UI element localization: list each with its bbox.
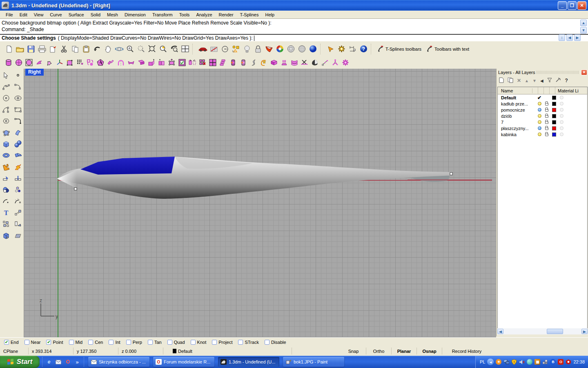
- color-wheel-icon[interactable]: [274, 43, 285, 54]
- osnap-near[interactable]: Near: [24, 340, 41, 345]
- zoom-window-icon[interactable]: [136, 43, 147, 54]
- tray-volume-muted-icon[interactable]: [519, 359, 525, 365]
- ts-sphere-quads-icon[interactable]: [13, 58, 24, 68]
- checkbox[interactable]: [69, 340, 74, 345]
- save-icon[interactable]: [25, 43, 36, 54]
- layer-row-plaszczyzny[interactable]: płaszczyzny...: [498, 125, 587, 131]
- layer-lock-icon[interactable]: [545, 115, 548, 118]
- material-circle[interactable]: [560, 132, 564, 136]
- lightbulb-icon[interactable]: [241, 43, 252, 54]
- osnap-strack[interactable]: STrack: [238, 340, 258, 345]
- checkbox[interactable]: [167, 340, 172, 345]
- osnap-end[interactable]: End: [4, 340, 19, 345]
- tray-update-icon[interactable]: ✶: [496, 359, 501, 365]
- menu-view[interactable]: View: [31, 11, 47, 18]
- ts-scissors-icon[interactable]: [299, 58, 310, 68]
- osnap-int[interactable]: Int: [109, 340, 120, 345]
- panel-grip[interactable]: [537, 71, 579, 74]
- box-icon[interactable]: [0, 138, 12, 150]
- scale-icon[interactable]: [12, 207, 24, 218]
- menu-dimension[interactable]: Dimension: [121, 11, 149, 18]
- layer-lock-icon[interactable]: [545, 103, 548, 105]
- layer-row-7[interactable]: 7: [498, 119, 587, 125]
- material-circle[interactable]: [560, 120, 564, 124]
- checkbox[interactable]: [212, 340, 217, 345]
- layer-lock-icon[interactable]: [545, 128, 548, 130]
- tray-messenger-icon[interactable]: [527, 359, 532, 365]
- task-rhino-window[interactable]: 1.3dm - Undefined (U...: [218, 357, 279, 367]
- osnap-toggle[interactable]: Osnap: [417, 348, 442, 355]
- layer-visibility-bulb-icon[interactable]: [538, 120, 541, 124]
- command-prompt[interactable]: Choose Shade settings ( DisplayMode=Shad…: [0, 34, 588, 41]
- layer-lock-icon[interactable]: [545, 134, 548, 136]
- layer-visibility-bulb-icon[interactable]: [538, 126, 541, 130]
- ts-symmetry-icon[interactable]: [187, 58, 197, 68]
- ts-grid-plus-icon[interactable]: [75, 58, 85, 68]
- osnap-knot[interactable]: Knot: [191, 340, 207, 345]
- select-arrow-icon[interactable]: [0, 70, 12, 81]
- fillet-dashed-icon[interactable]: [12, 195, 24, 207]
- options-gear-icon[interactable]: [336, 43, 347, 54]
- layers-close-icon[interactable]: ✕: [581, 70, 587, 75]
- corner-curve-icon[interactable]: [12, 115, 24, 127]
- render-sphere-icon[interactable]: [307, 43, 318, 54]
- osnap-point[interactable]: Point: [46, 340, 63, 345]
- help-icon[interactable]: ?: [358, 43, 369, 54]
- layer-lock-icon[interactable]: [545, 121, 548, 124]
- checkbox[interactable]: [238, 340, 243, 345]
- ts-axis-icon[interactable]: [54, 58, 65, 68]
- checkbox[interactable]: [88, 340, 93, 345]
- ts-uv-icon[interactable]: [289, 58, 299, 68]
- delete-layer-icon[interactable]: ✕: [517, 78, 521, 83]
- cplane-pane[interactable]: CPlane: [0, 348, 29, 355]
- layers-horizontal-scrollbar[interactable]: ◀ ▶: [497, 328, 588, 334]
- osnap-disable[interactable]: Disable: [265, 340, 286, 345]
- checkbox[interactable]: [46, 340, 51, 345]
- layer-row-pomocnicze[interactable]: pomocnicze: [498, 107, 587, 113]
- menu-transform[interactable]: Transform: [149, 11, 176, 18]
- quick-launch-overflow-icon[interactable]: »: [74, 359, 80, 365]
- current-layer-pane[interactable]: Default: [169, 348, 292, 355]
- ts-snap-icon[interactable]: [320, 58, 330, 68]
- command-back-button[interactable]: ◀: [566, 34, 573, 41]
- osnap-mid[interactable]: Mid: [69, 340, 83, 345]
- glider-fuselage-model[interactable]: [24, 69, 496, 337]
- layer-visibility-bulb-icon[interactable]: [538, 108, 541, 112]
- ghosted-sphere-icon[interactable]: [296, 43, 307, 54]
- layer-color-swatch[interactable]: [552, 126, 556, 130]
- menu-help[interactable]: Help: [262, 11, 278, 18]
- osnap-tan[interactable]: Tan: [148, 340, 162, 345]
- render-car-icon[interactable]: [197, 43, 208, 54]
- checkbox[interactable]: [109, 340, 114, 345]
- column-material[interactable]: Material Li: [555, 88, 579, 93]
- zoom-extents-icon[interactable]: [147, 43, 158, 54]
- material-circle[interactable]: [560, 96, 564, 99]
- close-button[interactable]: ✕: [577, 1, 586, 10]
- ts-bridge-icon[interactable]: [116, 58, 126, 68]
- ts-pipe-icon[interactable]: [228, 58, 238, 68]
- fillet-curve-icon[interactable]: [0, 195, 12, 207]
- layer-tools-icon[interactable]: [556, 78, 561, 84]
- layer-lock-icon[interactable]: [545, 109, 548, 112]
- boolean-icon[interactable]: [0, 184, 12, 195]
- ts-mat-icon[interactable]: [269, 58, 279, 68]
- context-help-arrow-icon[interactable]: [325, 43, 336, 54]
- viewport-layout-icon[interactable]: [180, 43, 191, 54]
- layer-row-kadlub[interactable]: kadłub prze...: [498, 101, 587, 107]
- control-point-marker[interactable]: [74, 188, 77, 190]
- layer-color-swatch[interactable]: [552, 132, 556, 137]
- viewport-right[interactable]: Right z y: [24, 69, 496, 337]
- ts-box-points-icon[interactable]: [65, 58, 75, 68]
- hatch-icon[interactable]: [12, 230, 24, 241]
- ts-stack-icon[interactable]: [218, 58, 228, 68]
- torus-icon[interactable]: [0, 150, 12, 161]
- radius-icon[interactable]: [219, 43, 230, 54]
- zoom-dynamic-icon[interactable]: [125, 43, 136, 54]
- mail-quick-icon[interactable]: [55, 359, 62, 365]
- surface-cp-icon[interactable]: [0, 127, 12, 138]
- restore-button[interactable]: ❐: [568, 1, 577, 10]
- language-indicator[interactable]: PL: [480, 359, 485, 364]
- ts-weld-icon[interactable]: [105, 58, 116, 68]
- scrollbar-thumb[interactable]: [547, 329, 563, 334]
- new-layer-icon[interactable]: [499, 77, 504, 84]
